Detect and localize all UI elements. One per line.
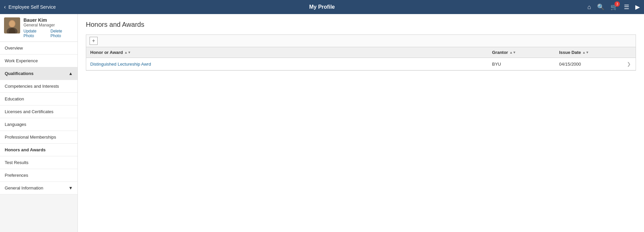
profile-info: Bauer Kim General Manager Update Photo D… bbox=[23, 17, 73, 38]
sort-icon-date: ▲▼ bbox=[582, 51, 589, 54]
main-content: Honors and Awards + Honor or Award ▲▼ Gr… bbox=[78, 14, 644, 232]
sidebar: Bauer Kim General Manager Update Photo D… bbox=[0, 14, 78, 232]
col-action bbox=[622, 47, 636, 58]
sort-icon-grantor: ▲▼ bbox=[509, 51, 516, 54]
col-grantor[interactable]: Grantor ▲▼ bbox=[488, 47, 555, 58]
sidebar-item-education[interactable]: Education bbox=[0, 93, 77, 105]
sidebar-item-general-info[interactable]: General Information ▼ bbox=[0, 182, 77, 195]
col-issue-date[interactable]: Issue Date ▲▼ bbox=[555, 47, 622, 58]
back-button[interactable]: ‹ Employee Self Service bbox=[4, 4, 56, 10]
sidebar-item-qualifications[interactable]: Qualifications ▲ bbox=[0, 67, 77, 80]
user-circle-icon[interactable]: ▶ bbox=[635, 3, 640, 11]
chevron-down-icon: ▼ bbox=[68, 185, 73, 190]
cell-honor-award[interactable]: Distinguished Lectureship Awrd bbox=[86, 58, 488, 70]
awards-table: Honor or Award ▲▼ Grantor ▲▼ Issue Date … bbox=[86, 47, 636, 71]
back-arrow-icon: ‹ bbox=[4, 4, 6, 10]
search-icon[interactable]: 🔍 bbox=[597, 3, 604, 11]
cell-issue-date: 04/15/2000 bbox=[555, 58, 622, 70]
chevron-up-icon: ▲ bbox=[68, 71, 73, 76]
sidebar-item-test-results[interactable]: Test Results bbox=[0, 156, 77, 169]
sort-icon-honor: ▲▼ bbox=[124, 51, 131, 54]
sidebar-item-honors[interactable]: Honors and Awards bbox=[0, 144, 77, 156]
cell-grantor: BYU bbox=[488, 58, 555, 70]
sidebar-item-competencies[interactable]: Competencies and Interests bbox=[0, 80, 77, 93]
cart-badge: 3 bbox=[614, 1, 620, 7]
home-icon[interactable]: ⌂ bbox=[587, 4, 591, 11]
col-honor-award[interactable]: Honor or Award ▲▼ bbox=[86, 47, 488, 58]
app-title: Employee Self Service bbox=[8, 4, 56, 10]
main-layout: Bauer Kim General Manager Update Photo D… bbox=[0, 14, 644, 232]
sidebar-item-languages[interactable]: Languages bbox=[0, 118, 77, 131]
update-photo-link[interactable]: Update Photo bbox=[23, 29, 48, 38]
profile-name: Bauer Kim bbox=[23, 17, 73, 23]
profile-section: Bauer Kim General Manager Update Photo D… bbox=[0, 14, 77, 42]
sidebar-item-licenses[interactable]: Licenses and Certificates bbox=[0, 105, 77, 118]
row-detail-chevron[interactable]: ❯ bbox=[622, 58, 636, 70]
profile-links: Update Photo Delete Photo bbox=[23, 29, 73, 38]
cart-icon[interactable]: 🛒 3 bbox=[610, 3, 618, 11]
add-record-button[interactable]: + bbox=[90, 37, 98, 45]
sidebar-item-work-experience[interactable]: Work Experience bbox=[0, 55, 77, 67]
delete-photo-link[interactable]: Delete Photo bbox=[50, 29, 73, 38]
section-heading: Honors and Awards bbox=[86, 21, 636, 28]
table-header: Honor or Award ▲▼ Grantor ▲▼ Issue Date … bbox=[86, 47, 636, 58]
page-title: My Profile bbox=[309, 4, 335, 10]
top-navigation: ‹ Employee Self Service My Profile ⌂ 🔍 🛒… bbox=[0, 0, 644, 14]
avatar bbox=[4, 17, 20, 33]
menu-icon[interactable]: ☰ bbox=[624, 3, 629, 11]
sidebar-item-preferences[interactable]: Preferences bbox=[0, 169, 77, 182]
sidebar-item-memberships[interactable]: Professional Memberships bbox=[0, 131, 77, 144]
table-row: Distinguished Lectureship Awrd BYU 04/15… bbox=[86, 58, 636, 70]
nav-icons: ⌂ 🔍 🛒 3 ☰ ▶ bbox=[587, 3, 640, 11]
sidebar-item-overview[interactable]: Overview bbox=[0, 42, 77, 55]
add-button-row: + bbox=[86, 34, 636, 47]
svg-point-3 bbox=[9, 21, 15, 27]
profile-role: General Manager bbox=[23, 23, 73, 27]
